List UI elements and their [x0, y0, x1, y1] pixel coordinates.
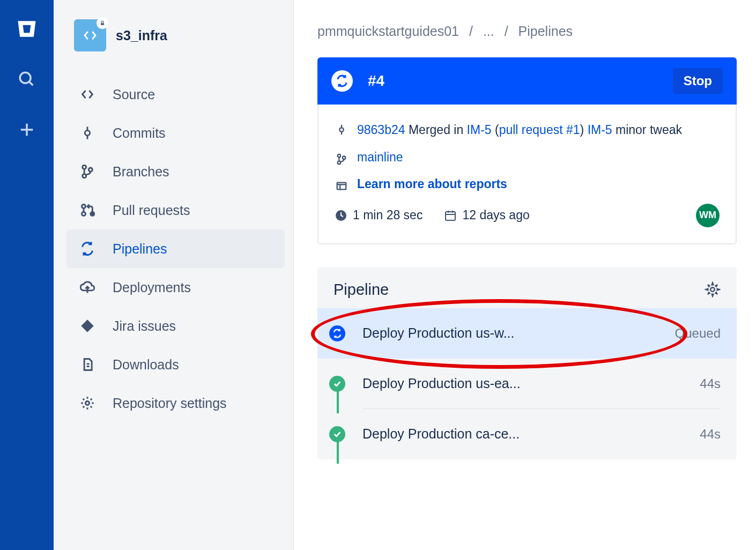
- sidebar-item-downloads[interactable]: Downloads: [66, 345, 285, 384]
- pull-request-icon: [79, 202, 95, 218]
- gear-icon[interactable]: [705, 281, 721, 298]
- svg-point-17: [86, 402, 90, 405]
- pipeline-title: Pipeline: [333, 281, 705, 299]
- sidebar-item-source[interactable]: Source: [66, 75, 285, 114]
- svg-point-12: [82, 212, 86, 216]
- pr-link[interactable]: pull request #1: [499, 123, 580, 137]
- commit-icon: [335, 123, 349, 137]
- downloads-icon: [79, 356, 95, 373]
- nav-label: Deployments: [113, 280, 191, 295]
- branch-link[interactable]: mainline: [357, 150, 403, 165]
- nav-label: Pipelines: [113, 241, 167, 257]
- search-icon[interactable]: [14, 66, 40, 92]
- running-icon: [329, 325, 345, 341]
- nav-label: Repository settings: [113, 396, 227, 411]
- nav-label: Jira issues: [113, 318, 176, 334]
- avatar[interactable]: WM: [696, 204, 720, 227]
- meta-row: 1 min 28 sec 12 days ago WM: [335, 204, 720, 227]
- sidebar-item-jira-issues[interactable]: Jira issues: [66, 307, 285, 345]
- repo-name: s3_infra: [116, 28, 167, 43]
- branch-icon: [79, 163, 95, 180]
- svg-point-14: [91, 212, 94, 216]
- sidebar-item-deployments[interactable]: Deployments: [66, 268, 285, 307]
- nav-label: Pull requests: [113, 203, 190, 218]
- pipeline-section: Pipeline Deploy Production us-w... Queue…: [317, 267, 737, 459]
- sidebar-item-pipelines[interactable]: Pipelines: [66, 229, 285, 268]
- issue-link-2[interactable]: IM-5: [588, 123, 612, 137]
- commit-icon: [79, 125, 95, 141]
- svg-point-5: [85, 130, 90, 135]
- svg-rect-4: [101, 23, 104, 26]
- stage-status: Queued: [675, 326, 721, 341]
- create-icon[interactable]: [14, 117, 40, 143]
- main-content: pmmquickstartguides01 / ... / Pipelines …: [294, 0, 756, 550]
- svg-point-21: [338, 154, 341, 157]
- duration: 1 min 28 sec: [353, 208, 423, 222]
- repo-sidebar: s3_infra Source Commits Branches Pull re…: [54, 0, 294, 550]
- stage-list: Deploy Production us-w... Queued Deploy …: [317, 308, 737, 459]
- svg-point-32: [710, 287, 715, 292]
- svg-rect-24: [337, 182, 346, 189]
- svg-point-11: [82, 205, 86, 209]
- pipeline-stage-row[interactable]: Deploy Production us-w... Queued: [317, 308, 737, 359]
- reports-row: Learn more about reports: [335, 177, 720, 193]
- success-icon: [329, 426, 345, 442]
- running-icon: [331, 70, 353, 92]
- build-number: #4: [368, 72, 673, 90]
- pipeline-stage-row[interactable]: Deploy Production ca-ce... 44s: [317, 409, 737, 459]
- breadcrumb: pmmquickstartguides01 / ... / Pipelines: [317, 24, 737, 39]
- nav-label: Source: [113, 87, 155, 102]
- pipelines-icon: [79, 241, 95, 257]
- svg-point-10: [88, 168, 92, 172]
- svg-rect-28: [446, 212, 455, 220]
- commit-message: 9863b24 Merged in IM-5 (pull request #1)…: [357, 121, 682, 139]
- success-icon: [329, 376, 345, 392]
- svg-line-1: [29, 81, 33, 85]
- stage-status: 44s: [700, 427, 721, 442]
- branch-row: mainline: [335, 150, 720, 166]
- nav-label: Commits: [113, 125, 166, 141]
- svg-point-0: [20, 72, 31, 83]
- stage-status: 44s: [700, 376, 721, 391]
- age: 12 days ago: [462, 208, 529, 222]
- sidebar-item-repo-settings[interactable]: Repository settings: [66, 384, 285, 422]
- commit-hash-link[interactable]: 9863b24: [357, 123, 405, 137]
- reports-icon: [335, 179, 349, 193]
- nav-label: Downloads: [113, 357, 179, 373]
- issue-link[interactable]: IM-5: [467, 123, 492, 137]
- bitbucket-logo-icon[interactable]: [14, 16, 40, 42]
- sidebar-item-branches[interactable]: Branches: [66, 152, 285, 191]
- jira-icon: [79, 318, 95, 334]
- commit-row: 9863b24 Merged in IM-5 (pull request #1)…: [335, 121, 720, 139]
- clock-icon: [335, 209, 347, 222]
- breadcrumb-mid[interactable]: ...: [483, 24, 494, 39]
- nav-label: Branches: [113, 164, 169, 180]
- settings-icon: [79, 395, 95, 411]
- breadcrumb-workspace[interactable]: pmmquickstartguides01: [317, 24, 459, 39]
- calendar-icon: [444, 209, 457, 222]
- deployments-icon: [79, 279, 95, 295]
- sidebar-item-pull-requests[interactable]: Pull requests: [66, 191, 285, 229]
- stop-button[interactable]: Stop: [673, 68, 723, 94]
- svg-point-23: [343, 156, 346, 159]
- breadcrumb-sep: /: [505, 24, 508, 39]
- svg-point-9: [83, 174, 86, 178]
- svg-point-22: [338, 161, 341, 164]
- build-header: #4 Stop: [317, 57, 737, 105]
- stage-name: Deploy Production us-w...: [362, 325, 675, 341]
- lock-icon: [97, 17, 108, 29]
- build-info: 9863b24 Merged in IM-5 (pull request #1)…: [317, 105, 737, 244]
- svg-point-8: [83, 165, 86, 169]
- sidebar-item-commits[interactable]: Commits: [66, 114, 285, 152]
- pipeline-header: Pipeline: [317, 267, 737, 308]
- stage-name: Deploy Production us-ea...: [362, 376, 700, 391]
- branch-icon: [335, 152, 349, 166]
- repo-header[interactable]: s3_infra: [66, 19, 285, 51]
- breadcrumb-current[interactable]: Pipelines: [518, 24, 573, 39]
- pipeline-stage-row[interactable]: Deploy Production us-ea... 44s: [317, 359, 737, 409]
- breadcrumb-sep: /: [469, 24, 473, 39]
- repo-icon: [74, 19, 106, 51]
- global-rail: [0, 0, 54, 550]
- svg-point-18: [339, 128, 343, 131]
- reports-link[interactable]: Learn more about reports: [357, 177, 507, 191]
